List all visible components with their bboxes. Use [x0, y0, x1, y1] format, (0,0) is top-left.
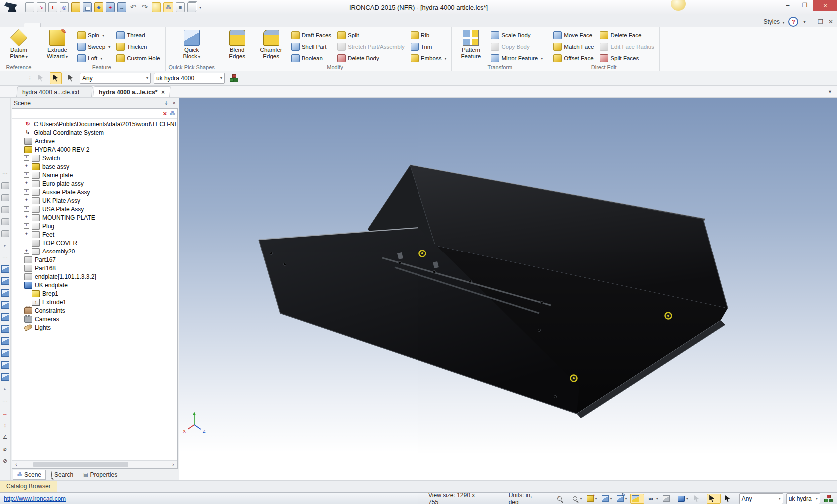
scroll-right-icon[interactable]: › [169, 462, 177, 467]
status-hierarchy-button[interactable] [823, 493, 833, 504]
view-right[interactable] [1, 313, 9, 321]
offset-face-button[interactable]: Offset Face [551, 53, 596, 63]
tree-item[interactable]: + Euro plate assy [12, 179, 177, 188]
expand-icon[interactable]: + [24, 215, 29, 220]
ribbon-tab[interactable] [75, 23, 92, 27]
toolbar-grip[interactable] [1, 397, 9, 405]
measure-radius[interactable] [1, 445, 9, 453]
zoom-in[interactable]: ▾ [554, 494, 568, 504]
selection-filter-dropdown[interactable]: Any ▾ [80, 73, 151, 84]
toolbar-grip[interactable]: ⋯ [27, 76, 33, 80]
sweep-button[interactable]: Sweep▾ [75, 42, 112, 52]
tree-item[interactable]: + UK Plate Assy [12, 196, 177, 205]
minimize-button[interactable]: – [779, 0, 796, 11]
restore-button[interactable]: ❐ [796, 0, 813, 11]
scene-hierarchy-button[interactable] [228, 72, 240, 84]
save[interactable] [83, 3, 92, 12]
pattern-feature-button[interactable]: Pattern Feature [455, 28, 487, 64]
split-button[interactable]: Split [335, 30, 407, 40]
boolean-button[interactable]: Boolean [289, 53, 333, 63]
tree-item[interactable]: + Lights [12, 323, 177, 332]
insert-part[interactable] [106, 3, 115, 12]
perspective-glasses[interactable]: ▾ [646, 494, 660, 504]
toolbar-grip[interactable] [1, 253, 9, 261]
scroll-left-icon[interactable]: ‹ [12, 462, 20, 467]
loft-button[interactable]: Loft▾ [75, 53, 112, 63]
new-from-template[interactable] [48, 3, 57, 12]
view-top[interactable] [1, 325, 9, 333]
catalog-browser-tab[interactable]: Catalog Browser [0, 481, 57, 493]
draft-faces-button[interactable]: Draft Faces [289, 30, 333, 40]
undo[interactable] [129, 3, 138, 12]
measure-length[interactable] [1, 409, 9, 417]
document-tab[interactable]: hydra 4000 a...cle.icd × [16, 86, 93, 97]
tree-item[interactable]: + TOP COVER [12, 239, 177, 247]
ribbon-tab[interactable] [109, 23, 126, 27]
split-faces-button[interactable]: Split Faces [598, 53, 656, 63]
tree-item[interactable]: + MOUNTING PLATE [12, 213, 177, 222]
view-back[interactable] [1, 289, 9, 297]
expand-icon[interactable]: + [24, 172, 29, 178]
doc-minimize-icon[interactable]: – [809, 18, 813, 25]
measure-angle[interactable] [1, 433, 9, 441]
select-alt-tool-button[interactable] [65, 72, 77, 84]
emboss-button[interactable]: Emboss▾ [409, 53, 449, 63]
ribbon-tab[interactable] [24, 23, 41, 27]
ribbon-tab[interactable] [126, 23, 143, 27]
document-tab[interactable]: hydra 4000 a...le.ics* × [93, 86, 171, 97]
status-catalog-dropdown[interactable]: uk hydra ▾ [786, 493, 820, 504]
scene-settings[interactable]: ▾ [661, 494, 675, 503]
open[interactable] [71, 3, 80, 12]
measure-height[interactable] [1, 421, 9, 429]
tree-item[interactable]: + Archive [12, 137, 177, 145]
viewport-3d[interactable]: X Z [179, 98, 837, 480]
custom-hole-button[interactable]: Custom Hole [114, 53, 162, 63]
tree-item[interactable]: + Global Coordinate System [12, 128, 177, 137]
expand-icon[interactable]: + [24, 155, 29, 161]
tree-item[interactable]: + Cameras [12, 315, 177, 323]
expand-icon[interactable]: + [24, 198, 29, 203]
edit-face-radius-button[interactable]: Edit Face Radius [598, 42, 656, 52]
boolean-merge[interactable] [1, 230, 9, 237]
ribbon-tab[interactable] [177, 23, 194, 27]
expand-icon[interactable]: + [24, 232, 29, 237]
extrude-wizard-button[interactable]: Extrude Wizard▾ [41, 28, 73, 64]
select-tool-button[interactable] [50, 72, 62, 84]
tree-item[interactable]: + Extrude1 [12, 298, 177, 306]
mirror-feature-button[interactable]: Mirror Feature▾ [489, 53, 545, 63]
tree-item[interactable]: + endplate[1.101.1.3.3.2] [12, 272, 177, 281]
help-icon[interactable]: ? [788, 17, 798, 27]
ribbon-tab[interactable] [58, 23, 75, 27]
rib-button[interactable]: Rib [409, 30, 449, 40]
doc-close-icon[interactable]: ✕ [828, 18, 833, 25]
view-isometric[interactable] [1, 265, 9, 273]
trim-button[interactable]: Trim [409, 42, 449, 52]
status-filter-dropdown[interactable]: Any ▾ [739, 493, 783, 504]
tree-item[interactable]: + UK endplate [12, 281, 177, 289]
ribbon-tab[interactable] [41, 23, 58, 27]
find-in-tree-icon[interactable]: ⁂ [170, 110, 175, 117]
styles-dropdown[interactable]: Styles ▾ [763, 18, 784, 25]
spin-button[interactable]: Spin▾ [75, 30, 112, 40]
view-ne-iso[interactable] [1, 373, 9, 381]
part-display[interactable]: ▾ [676, 494, 690, 503]
expand-icon[interactable]: + [24, 164, 29, 169]
boolean-union[interactable] [1, 182, 9, 189]
tree-item[interactable]: + Brep1 [12, 289, 177, 298]
expand-icon[interactable]: + [24, 181, 29, 186]
delete-face-button[interactable]: Delete Face [598, 30, 656, 40]
panel-close-icon[interactable]: × [173, 100, 176, 106]
doc-restore-icon[interactable]: ❐ [818, 18, 823, 25]
flyout-arrow[interactable] [1, 242, 9, 249]
add-shape[interactable]: ▾ [585, 494, 599, 503]
shaded-view[interactable]: ▾ [600, 494, 614, 503]
tab-list-chevron-icon[interactable]: ▼ [828, 89, 832, 94]
view-sw-iso[interactable] [1, 349, 9, 357]
boolean-split[interactable] [1, 218, 9, 225]
clear-filter-icon[interactable]: × [163, 110, 167, 117]
view-bottom[interactable] [1, 337, 9, 345]
toolbar-overflow-icon[interactable]: ▾ [199, 5, 201, 10]
suppress-lightbulb[interactable] [152, 3, 161, 12]
new-scene[interactable] [25, 3, 34, 12]
expand-icon[interactable]: + [24, 206, 29, 212]
